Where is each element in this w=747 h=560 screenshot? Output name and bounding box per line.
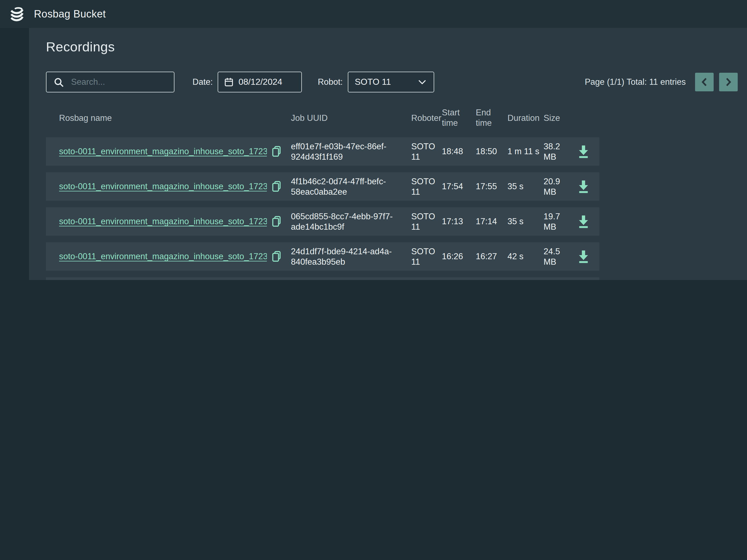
table-row: soto-0011_environment_magazino_inhouse_s… — [46, 207, 599, 236]
rosbag-name-link[interactable]: soto-0011_environment_magazino_inhouse_s… — [59, 252, 267, 261]
size-cell: 20.9 MB — [544, 176, 572, 197]
rosbag-name-link[interactable]: soto-0011_environment_magazino_inhouse_s… — [59, 147, 267, 156]
chevron-left-icon — [702, 78, 707, 86]
recordings-list: soto-0011_environment_magazino_inhouse_s… — [46, 137, 599, 280]
job-uuid-cell: 4f1b46c2-0d74-47ff-befc-58eac0aba2ee — [291, 176, 411, 197]
end-time-cell: 17:14 — [476, 216, 508, 227]
end-time-cell: 18:50 — [476, 146, 508, 157]
pagination-summary: Page (1/1) Total: 11 entries — [585, 77, 686, 87]
job-uuid-cell: 065cd855-8cc7-4ebb-97f7-ade14bc1bc9f — [291, 211, 411, 232]
size-cell: 19.7 MB — [544, 211, 572, 232]
start-time-cell: 16:26 — [442, 251, 476, 262]
robot-cell: SOTO 11 — [411, 141, 442, 162]
page-title: Recordings — [46, 40, 738, 55]
copy-icon — [271, 215, 282, 228]
header-end-time: End time — [476, 107, 501, 128]
robot-cell: SOTO 11 — [411, 246, 442, 267]
download-button[interactable] — [577, 144, 590, 159]
search-box — [46, 72, 175, 93]
table-row: soto-0011_environment_magazino_inhouse_s… — [46, 242, 599, 271]
download-icon — [577, 214, 590, 229]
next-page-button[interactable] — [719, 73, 738, 91]
download-button[interactable] — [577, 214, 590, 229]
download-icon — [577, 249, 590, 263]
download-icon — [577, 144, 590, 159]
size-cell: 24.5 MB — [544, 246, 572, 267]
start-time-cell: 18:48 — [442, 146, 476, 157]
end-time-cell: 16:27 — [476, 251, 508, 262]
table-row: soto-0011_environment_magazino_inhouse_s… — [46, 172, 599, 201]
app-logo-icon — [8, 6, 25, 22]
prev-page-button[interactable] — [695, 73, 714, 91]
start-time-cell: 17:13 — [442, 216, 476, 227]
robot-cell: SOTO 11 — [411, 176, 442, 197]
copy-name-button[interactable] — [271, 215, 282, 228]
download-button[interactable] — [577, 179, 590, 194]
main-panel: Recordings Date: — [29, 28, 747, 280]
date-label: Date: — [192, 77, 213, 87]
duration-cell: 1 m 11 s — [508, 146, 544, 157]
calendar-icon — [224, 77, 233, 87]
end-time-cell: 17:55 — [476, 181, 508, 192]
download-button[interactable] — [577, 249, 590, 263]
app-title: Rosbag Bucket — [34, 8, 106, 20]
duration-cell: 35 s — [508, 181, 544, 192]
header-size: Size — [544, 112, 572, 123]
robot-cell: SOTO 11 — [411, 211, 442, 232]
download-icon — [577, 179, 590, 194]
header-job-uuid: Job UUID — [291, 112, 411, 123]
chevron-down-icon — [418, 80, 426, 84]
table-row: soto-0011_environment_magazino_inhouse_s… — [46, 277, 599, 280]
pagination: Page (1/1) Total: 11 entries — [585, 73, 738, 91]
header-roboter: Roboter — [411, 112, 442, 123]
rosbag-name-cell: soto-0011_environment_magazino_inhouse_s… — [59, 146, 267, 157]
left-strip — [0, 28, 29, 280]
job-uuid-cell: eff01e7f-e03b-47ec-86ef-924d43f1f169 — [291, 141, 411, 162]
table-row: soto-0011_environment_magazino_inhouse_s… — [46, 137, 599, 166]
date-input[interactable]: 08/12/2024 — [217, 72, 302, 93]
header-duration: Duration — [508, 112, 544, 123]
header-rosbag-name: Rosbag name — [59, 112, 267, 123]
chevron-right-icon — [726, 78, 731, 86]
header-start-time: Start time — [442, 107, 467, 128]
topbar: Rosbag Bucket — [0, 0, 747, 28]
search-icon — [54, 77, 64, 87]
rosbag-name-link[interactable]: soto-0011_environment_magazino_inhouse_s… — [59, 217, 267, 226]
rosbag-name-link[interactable]: soto-0011_environment_magazino_inhouse_s… — [59, 182, 267, 191]
copy-icon — [271, 146, 282, 157]
job-uuid-cell: 24d1df7f-bde9-4214-ad4a-840fea3b95eb — [291, 246, 411, 267]
table-header-row: Rosbag name Job UUID Roboter Start time … — [46, 105, 599, 130]
copy-icon — [271, 180, 282, 193]
rosbag-name-cell: soto-0011_environment_magazino_inhouse_s… — [59, 181, 267, 192]
start-time-cell: 17:54 — [442, 181, 476, 192]
robot-label: Robot: — [318, 77, 343, 87]
rosbag-name-cell: soto-0011_environment_magazino_inhouse_s… — [59, 216, 267, 227]
size-cell: 38.2 MB — [544, 141, 572, 162]
robot-selected-value: SOTO 11 — [355, 77, 391, 87]
copy-icon — [271, 251, 282, 262]
copy-name-button[interactable] — [271, 251, 282, 262]
app-root: Rosbag Bucket Recordings Date: — [0, 0, 747, 280]
copy-name-button[interactable] — [271, 146, 282, 157]
date-value: 08/12/2024 — [238, 77, 282, 87]
copy-name-button[interactable] — [271, 180, 282, 193]
search-input[interactable] — [70, 77, 169, 87]
robot-select[interactable]: SOTO 11 — [347, 72, 434, 93]
filter-bar: Date: 08/12/2024 Robot: SOTO 11 — [46, 71, 738, 93]
duration-cell: 42 s — [508, 251, 544, 262]
rosbag-name-cell: soto-0011_environment_magazino_inhouse_s… — [59, 251, 267, 262]
recordings-table: Rosbag name Job UUID Roboter Start time … — [46, 105, 599, 280]
duration-cell: 35 s — [508, 216, 544, 227]
